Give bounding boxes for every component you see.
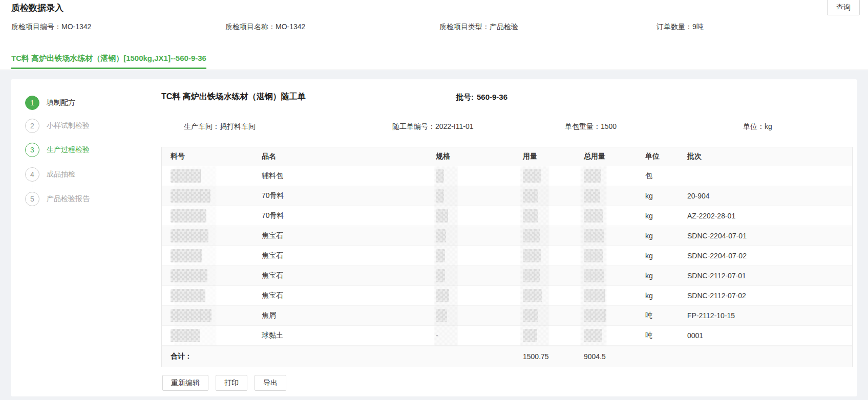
worksheet-detail-3: 单包重量：1500 [565,122,617,131]
material-code-redacted [171,289,205,302]
query-button[interactable]: 查询 [827,0,860,15]
step-1-circle: 1 [25,96,39,110]
unit-value: kg [637,252,679,260]
table-row: 70骨料kgAZ-2202-28-01 [162,206,852,226]
material-name: 焦宝石 [253,231,427,240]
info-field-2: 质检项目名称：MO-1342 [225,23,305,32]
batch-value: SDNC-2112-07-02 [679,292,853,300]
step-5-label: 产品检验报告 [47,194,90,204]
spec-redacted [436,189,444,203]
total-usage-value: 1500.75 [514,352,575,361]
export-button[interactable]: 导出 [255,375,286,391]
step-4-circle: 4 [25,167,39,182]
spec-redacted [436,249,445,262]
total-usage-redacted [584,289,605,302]
info-field-1: 质检项目编号：MO-1342 [11,23,91,32]
table-row: 辅料包包 [162,166,852,186]
usage-redacted [523,169,541,183]
print-button[interactable]: 打印 [216,375,247,391]
usage-redacted [523,209,538,223]
material-name: 70骨料 [253,211,427,220]
unit-value: 吨 [637,331,679,340]
info-field-3: 质检项目类型：产品检验 [439,23,518,32]
column-header-4: 用量 [514,152,575,161]
column-header-3: 规格 [427,152,514,161]
material-code-redacted [171,309,211,322]
usage-redacted [523,229,540,242]
total-usage-redacted [584,269,604,282]
usage-redacted [523,189,538,203]
batch-value: 560-9-36 [477,93,507,101]
step-3[interactable]: 3生产过程检验 [25,143,90,157]
usage-redacted [523,329,537,342]
worksheet-detail-1: 生产车间：捣打料车间 [184,122,256,131]
material-name: 焦屑 [253,311,427,320]
material-code-redacted [171,169,201,183]
material-name: 球黏土 [253,331,427,340]
worksheet-detail-2: 随工单编号：2022-I11-01 [392,122,473,131]
usage-redacted [523,309,538,322]
table-row: 焦宝石kgSDNC-2112-07-02 [162,286,852,306]
material-name: 70骨料 [253,191,427,201]
worksheet-title: TC料 高炉出铁场水练材（湛钢）随工单 [161,92,306,102]
step-2[interactable]: 2小样试制检验 [25,119,90,133]
usage-redacted [523,249,541,262]
unit-value: 包 [637,171,679,181]
step-4-label: 成品抽检 [47,170,75,179]
step-3-circle: 3 [25,143,39,157]
step-2-circle: 2 [25,119,39,133]
spec-redacted [436,229,446,242]
total-usage-redacted [584,169,601,183]
step-5[interactable]: 5产品检验报告 [25,192,90,206]
step-4[interactable]: 4成品抽检 [25,167,75,182]
re-edit-button[interactable]: 重新编辑 [162,375,208,391]
batch-value: SDNC-2204-07-02 [679,252,853,260]
material-code-redacted [171,209,206,223]
worksheet-detail-4: 单位：kg [743,122,772,131]
total-usage-redacted [584,329,602,342]
unit-value: kg [637,192,679,200]
table-row: 焦宝石kgSDNC-2204-07-01 [162,226,852,246]
batch-value: 20-904 [679,192,853,200]
batch-value: AZ-2202-28-01 [679,212,853,220]
table-header-row: 料号品名规格用量总用量单位批次 [162,147,852,166]
unit-value: kg [637,232,679,240]
material-name: 焦宝石 [253,251,427,260]
unit-value: kg [637,292,679,300]
material-code-redacted [171,189,210,203]
batch-label: 批号: [456,93,474,101]
page-header: 质检数据录入 查询 质检项目编号：MO-1342质检项目名称：MO-1342质检… [0,0,868,70]
column-header-6: 单位 [637,152,679,161]
column-header-5: 总用量 [575,152,637,161]
spec-redacted [436,169,444,183]
total-total-usage-value: 9004.5 [575,352,637,361]
spec-redacted [436,289,449,302]
usage-redacted [523,269,540,282]
worksheet-card: 1填制配方2小样试制检验3生产过程检验4成品抽检5产品检验报告 TC料 高炉出铁… [11,79,857,396]
unit-value: kg [637,212,679,220]
step-1-label: 填制配方 [47,98,75,107]
material-code-redacted [171,329,200,342]
step-1[interactable]: 1填制配方 [25,96,75,110]
total-usage-redacted [584,229,604,242]
column-header-1: 料号 [162,152,253,161]
spec-redacted [436,269,445,282]
material-code-redacted [171,249,202,262]
batch-value: SDNC-2204-07-01 [679,232,853,240]
total-usage-redacted [584,309,606,322]
material-code-redacted [171,269,207,282]
total-usage-redacted [584,249,603,262]
spec-value: - [427,331,514,340]
step-5-circle: 5 [25,192,39,206]
materials-table: 料号品名规格用量总用量单位批次 辅料包包70骨料kg20-90470骨料kgAZ… [161,147,853,367]
unit-value: 吨 [637,311,679,320]
material-name: 焦宝石 [253,271,427,280]
table-total-row: 合计： 1500.75 9004.5 [162,346,852,367]
total-usage-redacted [584,209,603,223]
tab-worksheet[interactable]: TC料 高炉出铁场水练材（湛钢）[1500kg,JX1]--560-9-36 [11,54,206,69]
batch-value: FP-2112-10-15 [679,312,853,320]
batch-value: SDNC-2112-07-01 [679,272,853,280]
table-body: 辅料包包70骨料kg20-90470骨料kgAZ-2202-28-01焦宝石kg… [162,166,852,346]
step-2-label: 小样试制检验 [47,121,90,130]
footer-actions: 重新编辑打印导出 [162,375,293,391]
